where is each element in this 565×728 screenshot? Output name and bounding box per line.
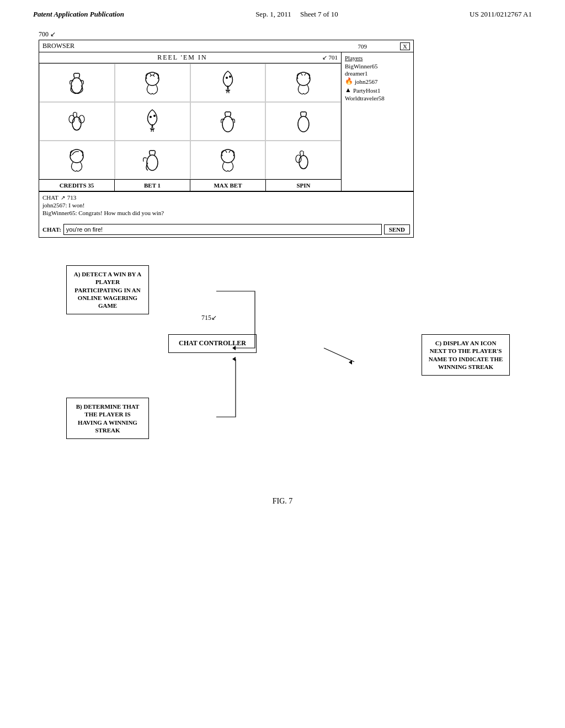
chat-title: CHAT xyxy=(42,194,58,201)
browser-titlebar: BROWSER 709 X xyxy=(39,40,413,52)
flowchart-box-c: C) DISPLAY AN ICON NEXT TO THE PLAYER'S … xyxy=(422,334,510,376)
slot-title: REEL 'EM IN xyxy=(42,53,322,62)
game-area: REEL 'EM IN ↙ 701 xyxy=(39,52,413,191)
slot-cell xyxy=(115,63,190,102)
slot-cell xyxy=(190,141,266,179)
chat-area: CHAT ↗ 713 john2567: I won! BigWinner65:… xyxy=(39,191,413,237)
main-content: 700 ↙ BROWSER 709 X REEL 'EM IN ↙ 701 xyxy=(0,24,565,517)
page-header: Patent Application Publication Sep. 1, 2… xyxy=(0,0,565,24)
players-title: Players xyxy=(345,55,410,61)
player-name: dreamer1 xyxy=(345,70,368,77)
chat-input-row: CHAT: SEND xyxy=(42,224,410,235)
figure-label: FIG. 7 xyxy=(33,497,532,506)
chat-squiggle: ↗ xyxy=(61,195,65,201)
players-panel: Players BigWinner65 dreamer1 🔥 john2567 … xyxy=(342,52,413,191)
slot-machine: REEL 'EM IN ↙ 701 xyxy=(39,52,342,191)
browser-title: BROWSER xyxy=(42,42,74,50)
slot-cell xyxy=(39,63,115,102)
chat-message: BigWinner65: Congrats! How much did you … xyxy=(42,210,410,216)
svg-point-13 xyxy=(147,155,158,170)
player-item: 🔥 john2567 xyxy=(345,77,410,85)
flowchart-box-a: A) DETECT A WIN BY A PLAYER PARTICIPATIN… xyxy=(66,265,149,314)
svg-point-9 xyxy=(153,115,156,117)
slot-cell xyxy=(190,102,266,141)
svg-marker-19 xyxy=(349,360,352,365)
chat-input[interactable] xyxy=(63,224,382,235)
svg-point-1 xyxy=(146,72,159,85)
svg-point-2 xyxy=(226,77,228,79)
date-label: Sep. 1, 2011 xyxy=(255,10,291,18)
send-button[interactable]: SEND xyxy=(384,224,410,234)
svg-point-5 xyxy=(72,117,81,130)
slot-cell xyxy=(39,102,115,141)
player-name: Worldtraveler58 xyxy=(345,95,385,101)
player-name: john2567 xyxy=(355,78,378,85)
svg-point-16 xyxy=(296,155,301,163)
close-button[interactable]: X xyxy=(400,42,410,50)
slot-cell xyxy=(115,102,190,141)
bet-button[interactable]: BET 1 xyxy=(115,180,190,191)
svg-marker-18 xyxy=(232,357,236,361)
sheet-label: Sheet 7 of 10 xyxy=(300,10,338,18)
ref-713-label: 713 xyxy=(67,194,77,201)
svg-point-8 xyxy=(150,116,152,118)
svg-point-11 xyxy=(298,116,309,132)
chat-label: CHAT ↗ 713 xyxy=(42,194,410,201)
max-bet-button[interactable]: MAX BET xyxy=(190,180,266,191)
ref-709-label: 709 xyxy=(358,43,367,50)
svg-point-4 xyxy=(297,72,310,85)
flowchart-section: A) DETECT A WIN BY A PLAYER PARTICIPATIN… xyxy=(33,249,532,480)
player-item: ▲ PartyHost1 xyxy=(345,86,410,94)
slot-cell xyxy=(265,102,341,141)
diagram-number: 700 xyxy=(39,30,49,38)
tick-700: ↙ xyxy=(50,30,56,38)
patent-label: US 2011/0212767 A1 xyxy=(470,10,532,19)
player-name: PartyHost1 xyxy=(353,87,381,94)
credits-display: CREDITS 35 xyxy=(39,180,115,191)
chat-input-label: CHAT: xyxy=(42,226,61,233)
browser-window: BROWSER 709 X REEL 'EM IN ↙ 701 xyxy=(39,40,414,238)
slot-grid xyxy=(39,63,341,179)
svg-point-14 xyxy=(221,149,234,163)
ref-701-label: ↙ 701 xyxy=(322,54,338,61)
slot-cell xyxy=(39,141,115,179)
player-name: BigWinner65 xyxy=(345,63,377,69)
svg-point-0 xyxy=(71,78,82,93)
player-item: dreamer1 xyxy=(345,70,410,77)
chat-messages: john2567: I won! BigWinner65: Congrats! … xyxy=(42,202,410,222)
flowchart-chat-controller: CHAT CONTROLLER xyxy=(168,334,257,353)
svg-point-3 xyxy=(229,76,231,78)
chat-message: john2567: I won! xyxy=(42,202,410,208)
slot-cell xyxy=(265,63,341,102)
svg-point-10 xyxy=(222,116,233,132)
ref-715-label: 715↙ xyxy=(201,314,217,322)
slot-cell xyxy=(190,63,266,102)
header-center: Sep. 1, 2011 Sheet 7 of 10 xyxy=(255,10,338,19)
slot-cell xyxy=(265,141,341,179)
slot-controls: CREDITS 35 BET 1 MAX BET SPIN xyxy=(39,179,341,191)
slot-cell xyxy=(115,141,190,179)
spin-button[interactable]: SPIN xyxy=(266,180,341,191)
player-item: BigWinner65 xyxy=(345,63,410,69)
flowchart-box-b: B) DETERMINE THAT THE PLAYER IS HAVING A… xyxy=(66,398,149,439)
player-item: Worldtraveler58 xyxy=(345,95,410,101)
party-host-icon: ▲ xyxy=(345,86,351,94)
publication-label: Patent Application Publication xyxy=(33,10,124,19)
winning-streak-icon: 🔥 xyxy=(345,77,353,85)
